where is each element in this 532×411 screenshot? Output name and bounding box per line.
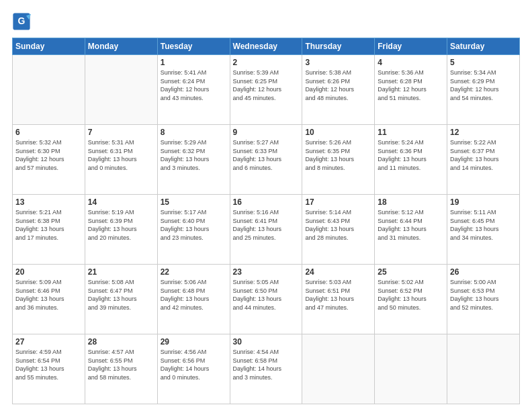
day-cell xyxy=(375,334,447,404)
day-cell: 11Sunrise: 5:24 AM Sunset: 6:36 PM Dayli… xyxy=(375,125,447,195)
header: G xyxy=(12,12,520,31)
day-detail: Sunrise: 5:00 AM Sunset: 6:53 PM Dayligh… xyxy=(450,278,517,312)
day-cell: 13Sunrise: 5:21 AM Sunset: 6:38 PM Dayli… xyxy=(13,195,85,265)
col-header-friday: Friday xyxy=(375,38,447,55)
day-detail: Sunrise: 5:09 AM Sunset: 6:46 PM Dayligh… xyxy=(15,278,82,312)
day-cell: 16Sunrise: 5:16 AM Sunset: 6:41 PM Dayli… xyxy=(230,195,302,265)
day-number: 21 xyxy=(88,267,154,277)
day-cell: 24Sunrise: 5:03 AM Sunset: 6:51 PM Dayli… xyxy=(302,265,375,334)
day-number: 7 xyxy=(88,128,154,137)
day-cell: 14Sunrise: 5:19 AM Sunset: 6:39 PM Dayli… xyxy=(85,195,157,265)
day-number: 26 xyxy=(450,267,517,277)
day-cell: 4Sunrise: 5:36 AM Sunset: 6:28 PM Daylig… xyxy=(375,55,447,125)
day-detail: Sunrise: 5:19 AM Sunset: 6:39 PM Dayligh… xyxy=(88,208,154,242)
day-number: 1 xyxy=(161,58,227,67)
day-detail: Sunrise: 4:59 AM Sunset: 6:54 PM Dayligh… xyxy=(15,348,82,381)
day-number: 28 xyxy=(88,337,154,347)
day-detail: Sunrise: 4:54 AM Sunset: 6:58 PM Dayligh… xyxy=(233,348,300,381)
day-cell: 19Sunrise: 5:11 AM Sunset: 6:45 PM Dayli… xyxy=(447,195,520,265)
day-number: 9 xyxy=(233,128,300,137)
day-cell: 3Sunrise: 5:38 AM Sunset: 6:26 PM Daylig… xyxy=(302,55,375,125)
day-number: 18 xyxy=(378,197,444,207)
day-detail: Sunrise: 5:29 AM Sunset: 6:32 PM Dayligh… xyxy=(161,138,227,172)
day-cell: 10Sunrise: 5:26 AM Sunset: 6:35 PM Dayli… xyxy=(302,125,375,195)
day-number: 10 xyxy=(305,128,371,137)
day-cell: 18Sunrise: 5:12 AM Sunset: 6:44 PM Dayli… xyxy=(375,195,447,265)
day-detail: Sunrise: 5:12 AM Sunset: 6:44 PM Dayligh… xyxy=(378,208,444,242)
day-cell xyxy=(447,334,520,404)
day-cell: 25Sunrise: 5:02 AM Sunset: 6:52 PM Dayli… xyxy=(375,265,447,334)
day-cell: 21Sunrise: 5:08 AM Sunset: 6:47 PM Dayli… xyxy=(85,265,157,334)
week-row-2: 6Sunrise: 5:32 AM Sunset: 6:30 PM Daylig… xyxy=(13,125,520,195)
day-number: 5 xyxy=(450,58,517,67)
day-detail: Sunrise: 4:56 AM Sunset: 6:56 PM Dayligh… xyxy=(161,348,227,381)
day-detail: Sunrise: 5:21 AM Sunset: 6:38 PM Dayligh… xyxy=(15,208,82,242)
day-cell: 20Sunrise: 5:09 AM Sunset: 6:46 PM Dayli… xyxy=(13,265,85,334)
day-cell: 23Sunrise: 5:05 AM Sunset: 6:50 PM Dayli… xyxy=(230,265,302,334)
day-number: 15 xyxy=(161,197,227,207)
day-detail: Sunrise: 5:38 AM Sunset: 6:26 PM Dayligh… xyxy=(305,68,371,102)
day-detail: Sunrise: 5:22 AM Sunset: 6:37 PM Dayligh… xyxy=(450,138,517,172)
day-detail: Sunrise: 5:39 AM Sunset: 6:25 PM Dayligh… xyxy=(233,68,300,102)
day-detail: Sunrise: 5:31 AM Sunset: 6:31 PM Dayligh… xyxy=(88,138,154,172)
day-number: 13 xyxy=(15,197,82,207)
col-header-thursday: Thursday xyxy=(302,38,375,55)
day-number: 27 xyxy=(15,337,82,347)
day-cell: 17Sunrise: 5:14 AM Sunset: 6:43 PM Dayli… xyxy=(302,195,375,265)
day-cell: 6Sunrise: 5:32 AM Sunset: 6:30 PM Daylig… xyxy=(13,125,85,195)
day-cell: 8Sunrise: 5:29 AM Sunset: 6:32 PM Daylig… xyxy=(157,125,230,195)
day-detail: Sunrise: 5:24 AM Sunset: 6:36 PM Dayligh… xyxy=(378,138,444,172)
day-detail: Sunrise: 5:16 AM Sunset: 6:41 PM Dayligh… xyxy=(233,208,300,242)
day-detail: Sunrise: 5:26 AM Sunset: 6:35 PM Dayligh… xyxy=(305,138,371,172)
day-number: 2 xyxy=(233,58,300,67)
day-detail: Sunrise: 5:34 AM Sunset: 6:29 PM Dayligh… xyxy=(450,68,517,102)
day-cell: 7Sunrise: 5:31 AM Sunset: 6:31 PM Daylig… xyxy=(85,125,157,195)
col-header-monday: Monday xyxy=(85,38,157,55)
day-detail: Sunrise: 5:27 AM Sunset: 6:33 PM Dayligh… xyxy=(233,138,300,172)
calendar-header-row: SundayMondayTuesdayWednesdayThursdayFrid… xyxy=(13,38,520,55)
logo: G xyxy=(12,12,34,31)
day-cell: 12Sunrise: 5:22 AM Sunset: 6:37 PM Dayli… xyxy=(447,125,520,195)
day-cell: 27Sunrise: 4:59 AM Sunset: 6:54 PM Dayli… xyxy=(13,334,85,404)
day-number: 19 xyxy=(450,197,517,207)
day-detail: Sunrise: 5:41 AM Sunset: 6:24 PM Dayligh… xyxy=(161,68,227,102)
svg-text:G: G xyxy=(18,15,26,26)
day-number: 16 xyxy=(233,197,300,207)
day-detail: Sunrise: 5:06 AM Sunset: 6:48 PM Dayligh… xyxy=(161,278,227,312)
day-cell: 1Sunrise: 5:41 AM Sunset: 6:24 PM Daylig… xyxy=(157,55,230,125)
day-number: 3 xyxy=(305,58,371,67)
day-number: 14 xyxy=(88,197,154,207)
day-number: 20 xyxy=(15,267,82,277)
day-detail: Sunrise: 4:57 AM Sunset: 6:55 PM Dayligh… xyxy=(88,348,154,381)
day-cell: 26Sunrise: 5:00 AM Sunset: 6:53 PM Dayli… xyxy=(447,265,520,334)
day-number: 12 xyxy=(450,128,517,137)
day-detail: Sunrise: 5:02 AM Sunset: 6:52 PM Dayligh… xyxy=(378,278,444,312)
day-number: 25 xyxy=(378,267,444,277)
col-header-saturday: Saturday xyxy=(447,38,520,55)
page: G SundayMondayTuesdayWednesdayThursdayFr… xyxy=(0,0,532,411)
day-number: 17 xyxy=(305,197,371,207)
day-cell xyxy=(302,334,375,404)
week-row-3: 13Sunrise: 5:21 AM Sunset: 6:38 PM Dayli… xyxy=(13,195,520,265)
day-cell xyxy=(85,55,157,125)
day-cell: 2Sunrise: 5:39 AM Sunset: 6:25 PM Daylig… xyxy=(230,55,302,125)
day-number: 6 xyxy=(15,128,82,137)
day-number: 23 xyxy=(233,267,300,277)
col-header-tuesday: Tuesday xyxy=(157,38,230,55)
week-row-4: 20Sunrise: 5:09 AM Sunset: 6:46 PM Dayli… xyxy=(13,265,520,334)
day-number: 24 xyxy=(305,267,371,277)
day-cell: 15Sunrise: 5:17 AM Sunset: 6:40 PM Dayli… xyxy=(157,195,230,265)
day-cell: 22Sunrise: 5:06 AM Sunset: 6:48 PM Dayli… xyxy=(157,265,230,334)
day-detail: Sunrise: 5:08 AM Sunset: 6:47 PM Dayligh… xyxy=(88,278,154,312)
day-detail: Sunrise: 5:32 AM Sunset: 6:30 PM Dayligh… xyxy=(15,138,82,172)
col-header-wednesday: Wednesday xyxy=(230,38,302,55)
day-cell: 5Sunrise: 5:34 AM Sunset: 6:29 PM Daylig… xyxy=(447,55,520,125)
col-header-sunday: Sunday xyxy=(13,38,85,55)
day-cell: 28Sunrise: 4:57 AM Sunset: 6:55 PM Dayli… xyxy=(85,334,157,404)
day-number: 11 xyxy=(378,128,444,137)
day-detail: Sunrise: 5:05 AM Sunset: 6:50 PM Dayligh… xyxy=(233,278,300,312)
day-detail: Sunrise: 5:03 AM Sunset: 6:51 PM Dayligh… xyxy=(305,278,371,312)
day-number: 8 xyxy=(161,128,227,137)
day-number: 4 xyxy=(378,58,444,67)
week-row-5: 27Sunrise: 4:59 AM Sunset: 6:54 PM Dayli… xyxy=(13,334,520,404)
